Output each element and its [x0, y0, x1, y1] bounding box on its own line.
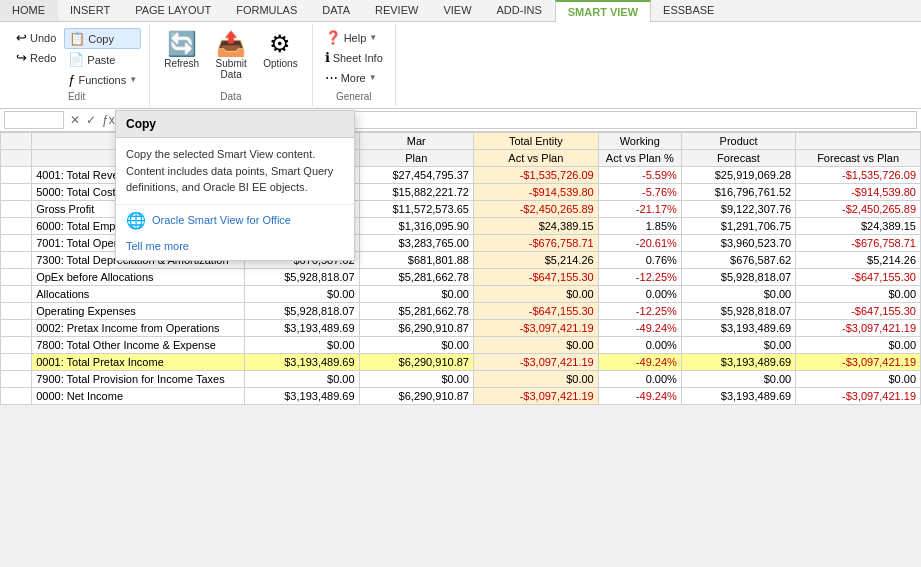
cancel-formula-button[interactable]: ✕: [68, 113, 82, 127]
row-number: [1, 252, 32, 269]
row-actual: $3,193,489.69: [245, 354, 359, 371]
row-forecast: $3,193,489.69: [681, 388, 795, 405]
row-actual: $0.00: [245, 371, 359, 388]
sheet-info-button[interactable]: ℹ Sheet Info: [321, 48, 387, 67]
formula-icons: ✕ ✓ ƒx: [68, 113, 117, 127]
help-button[interactable]: ❓ Help ▼: [321, 28, 387, 47]
row-plan: $0.00: [359, 286, 473, 303]
tab-insert[interactable]: INSERT: [58, 0, 123, 21]
copy-popup-body: Copy the selected Smart View content. Co…: [116, 138, 354, 204]
table-row: 0001: Total Pretax Income$3,193,489.69$6…: [1, 354, 921, 371]
row-actual: $5,928,818.07: [245, 303, 359, 320]
row-number: [1, 303, 32, 320]
ribbon-group-data: 🔄 Refresh 📤 SubmitData ⚙ Options Data: [150, 24, 312, 106]
row-act-vs-plan: -$676,758.71: [473, 235, 598, 252]
tab-formulas[interactable]: FORMULAS: [224, 0, 310, 21]
tab-home[interactable]: HOME: [0, 0, 58, 21]
table-row: 0002: Pretax Income from Operations$3,19…: [1, 320, 921, 337]
row-label: Allocations: [32, 286, 245, 303]
row-forecast: $3,193,489.69: [681, 354, 795, 371]
tab-view[interactable]: VIEW: [431, 0, 484, 21]
row-act-vs-plan: -$2,450,265.89: [473, 201, 598, 218]
row-number: [1, 320, 32, 337]
tab-smart-view[interactable]: SMART VIEW: [555, 0, 651, 22]
col-subheader-h: Forecast vs Plan: [796, 150, 921, 167]
row-forecast: $5,928,818.07: [681, 303, 795, 320]
row-act-vs-plan-pct: -12.25%: [598, 269, 681, 286]
row-act-vs-plan-pct: -5.59%: [598, 167, 681, 184]
row-act-vs-plan: $0.00: [473, 371, 598, 388]
redo-button[interactable]: ↪ Redo: [12, 48, 60, 67]
undo-icon: ↩: [16, 30, 27, 45]
tab-data[interactable]: DATA: [310, 0, 363, 21]
row-number: [1, 167, 32, 184]
row-forecast-vs-plan: -$676,758.71: [796, 235, 921, 252]
row-act-vs-plan-pct: 0.76%: [598, 252, 681, 269]
row-actual: $0.00: [245, 337, 359, 354]
undo-button[interactable]: ↩ Undo: [12, 28, 60, 47]
ribbon-tab-bar: HOME INSERT PAGE LAYOUT FORMULAS DATA RE…: [0, 0, 921, 22]
tab-review[interactable]: REVIEW: [363, 0, 431, 21]
row-label: 0002: Pretax Income from Operations: [32, 320, 245, 337]
ribbon: HOME INSERT PAGE LAYOUT FORMULAS DATA RE…: [0, 0, 921, 109]
functions-icon: ƒ: [68, 72, 75, 87]
functions-button[interactable]: ƒ Functions ▼: [64, 70, 141, 89]
row-label: 7800: Total Other Income & Expense: [32, 337, 245, 354]
table-row: OpEx before Allocations$5,928,818.07$5,2…: [1, 269, 921, 286]
table-row: Operating Expenses$5,928,818.07$5,281,66…: [1, 303, 921, 320]
tell-me-more-link[interactable]: Tell me more: [116, 236, 354, 260]
redo-label: Redo: [30, 52, 56, 64]
table-row: 7800: Total Other Income & Expense$0.00$…: [1, 337, 921, 354]
row-forecast: $25,919,069.28: [681, 167, 795, 184]
tab-essbase[interactable]: ESSBASE: [651, 0, 727, 21]
row-forecast: $676,587.62: [681, 252, 795, 269]
refresh-button[interactable]: 🔄 Refresh: [158, 28, 205, 73]
copy-popup-link-row: 🌐 Oracle Smart View for Office: [116, 204, 354, 236]
col-header-d: Mar: [359, 133, 473, 150]
row-actual: $5,928,818.07: [245, 269, 359, 286]
paste-button[interactable]: 📄 Paste: [64, 50, 141, 69]
row-label: Operating Expenses: [32, 303, 245, 320]
options-button[interactable]: ⚙ Options: [257, 28, 303, 73]
row-number: [1, 371, 32, 388]
tab-page-layout[interactable]: PAGE LAYOUT: [123, 0, 224, 21]
edit-col2: 📋 Copy 📄 Paste ƒ Functions ▼: [64, 28, 141, 89]
copy-button[interactable]: 📋 Copy: [64, 28, 141, 49]
row-act-vs-plan: -$3,097,421.19: [473, 388, 598, 405]
row-act-vs-plan: $24,389.15: [473, 218, 598, 235]
confirm-formula-button[interactable]: ✓: [84, 113, 98, 127]
submit-data-button[interactable]: 📤 SubmitData: [209, 28, 253, 84]
row-plan: $3,283,765.00: [359, 235, 473, 252]
refresh-icon: 🔄: [167, 32, 197, 56]
data-group-label: Data: [220, 89, 241, 102]
col-subheader-d: Plan: [359, 150, 473, 167]
row-act-vs-plan-pct: 0.00%: [598, 286, 681, 303]
row-number: [1, 269, 32, 286]
more-dropdown-icon: ▼: [369, 73, 377, 82]
row-forecast-vs-plan: -$1,535,726.09: [796, 167, 921, 184]
row-act-vs-plan: -$3,097,421.19: [473, 354, 598, 371]
ribbon-group-general: ❓ Help ▼ ℹ Sheet Info ⋯ More ▼ General: [313, 24, 396, 106]
row-plan: $27,454,795.37: [359, 167, 473, 184]
more-label: More: [341, 72, 366, 84]
row-act-vs-plan-pct: 0.00%: [598, 371, 681, 388]
name-box[interactable]: [4, 111, 64, 129]
row-plan: $5,281,662.78: [359, 303, 473, 320]
table-row: 7900: Total Provision for Income Taxes$0…: [1, 371, 921, 388]
row-label: 7900: Total Provision for Income Taxes: [32, 371, 245, 388]
tab-add-ins[interactable]: ADD-INS: [485, 0, 555, 21]
row-forecast-vs-plan: -$647,155.30: [796, 269, 921, 286]
row-act-vs-plan-pct: -49.24%: [598, 388, 681, 405]
row-act-vs-plan: $5,214.26: [473, 252, 598, 269]
edit-group-label: Edit: [68, 89, 85, 102]
row-actual: $3,193,489.69: [245, 320, 359, 337]
sheet-info-label: Sheet Info: [333, 52, 383, 64]
row-actual: $3,193,489.69: [245, 388, 359, 405]
row-forecast-vs-plan: $5,214.26: [796, 252, 921, 269]
smart-view-link[interactable]: Oracle Smart View for Office: [152, 214, 291, 226]
row-act-vs-plan-pct: -49.24%: [598, 354, 681, 371]
ribbon-group-edit: ↩ Undo ↪ Redo 📋 Copy 📄 Paste: [4, 24, 150, 106]
more-button[interactable]: ⋯ More ▼: [321, 68, 387, 87]
copy-icon: 📋: [69, 31, 85, 46]
col-subheader-f: Act vs Plan %: [598, 150, 681, 167]
